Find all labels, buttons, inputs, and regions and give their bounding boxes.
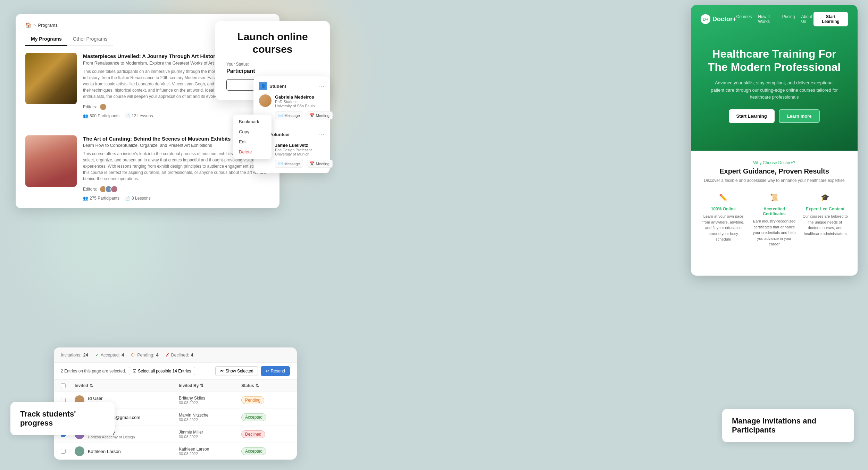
participants-icon: 👥: [83, 114, 88, 118]
healthcare-hero: Healthcare Training For The Modern Profe…: [701, 47, 848, 123]
status-col-label: Status: [241, 383, 254, 388]
jamie-actions: ✉️ Message 📅 Meeting: [275, 160, 333, 168]
launch-status-value: Participant: [226, 68, 319, 74]
row4-checkbox[interactable]: [61, 449, 66, 454]
feature-certificates: 📜 Accredited Certificates Earn industry-…: [752, 191, 797, 247]
course-thumb-art: [25, 53, 77, 104]
gabriela-meeting-btn[interactable]: 📅 Meeting: [307, 111, 333, 119]
nav-courses[interactable]: Courses: [736, 14, 752, 24]
message-icon: ✉️: [278, 113, 283, 118]
row4-invited-by-name: Kathleen Larson: [179, 447, 241, 452]
row4-avatar: [75, 446, 84, 456]
checkbox-icon: ☑: [133, 369, 136, 374]
tab-other-programs[interactable]: Other Programs: [67, 33, 113, 45]
row1-date: 30.08.2022: [179, 401, 241, 405]
jamie-meeting-btn[interactable]: 📅 Meeting: [307, 160, 333, 168]
declined-label: Declined:: [171, 353, 189, 358]
context-menu: Bookmark Copy Edit Delete: [233, 115, 272, 159]
accepted-stat: ✓ Accepted: 4: [95, 352, 124, 358]
healthcare-subtitle: Advance your skills, stay compliant, and…: [708, 79, 841, 101]
nav-about-us[interactable]: About Us: [801, 14, 813, 24]
row3-invited-by: Jimmie Miller 30.08.2022: [179, 430, 241, 439]
participants-icon-2: 👥: [83, 196, 88, 201]
tab-my-programs[interactable]: My Programs: [25, 33, 67, 45]
show-selected-btn[interactable]: 👁 Show Selected: [215, 366, 258, 376]
resend-btn[interactable]: ↩ Resend: [261, 366, 290, 376]
resend-icon: ↩: [266, 369, 269, 374]
lessons-icon-2: 📄: [125, 196, 130, 201]
row3-status: Declined: [241, 430, 290, 438]
nav-pricing[interactable]: Pricing: [782, 14, 795, 24]
header-checkbox[interactable]: [61, 383, 66, 388]
logo-icon: D+: [701, 14, 710, 24]
certificates-icon: 📜: [768, 191, 781, 204]
hero-learn-more-btn[interactable]: Learn more: [779, 109, 820, 123]
pending-label: Pending:: [137, 353, 154, 358]
expert-title: Expert-Led Content: [802, 207, 848, 211]
invited-by-filter-icon[interactable]: ⇅: [200, 383, 203, 388]
student-more-btn[interactable]: ⋯: [318, 82, 324, 90]
gabriela-actions: ✉️ Message 📅 Meeting: [275, 111, 333, 119]
jamie-meeting-label: Meeting: [316, 162, 329, 166]
status-filter-icon[interactable]: ⇅: [256, 383, 259, 388]
participants-count-2: 275 Participants: [90, 196, 119, 201]
participants-count-1: 500 Participants: [90, 114, 119, 118]
participants-meta-2: 👥 275 Participants: [83, 196, 119, 201]
expert-icon: 🎓: [819, 191, 832, 204]
feature-online: ✏️ 100% Online Learn at your own pace fr…: [701, 191, 746, 247]
course-editors-2: Editors:: [83, 185, 270, 193]
resend-label: Resend: [271, 369, 285, 374]
gabriela-message-btn[interactable]: ✉️ Message: [275, 111, 303, 119]
healthcare-body: Why Choose Doctor+? Expert Guidance, Pro…: [691, 151, 858, 257]
launch-title: Launch online courses: [226, 31, 319, 56]
filter-icon[interactable]: ⇅: [90, 383, 93, 388]
nav-how-it-works[interactable]: How It Works: [758, 14, 776, 24]
expert-guidance-subtitle: Discover a flexible and accessible way t…: [701, 178, 848, 183]
invitations-action-bar: 2 Entries on this page are selected. ☑ S…: [54, 363, 297, 380]
jamie-message-btn[interactable]: ✉️ Message: [275, 160, 303, 168]
context-edit[interactable]: Edit: [233, 137, 272, 147]
status-badge-declined: Declined: [241, 430, 265, 438]
row3-invited-by-name: Jimmie Miller: [179, 430, 241, 435]
course-editors-1: Editors:: [83, 103, 270, 111]
invitations-total-stat: Invitations: 24: [61, 353, 88, 358]
row1-invited-by: Brittany Skiles 30.08.2022: [179, 396, 241, 405]
editors-label-2: Editors:: [83, 187, 97, 192]
invited-by-col-header: Invited By ⇅: [179, 383, 241, 388]
why-choose-label: Why Choose Doctor+?: [701, 160, 848, 165]
status-badge-pending: Pending: [241, 396, 264, 404]
volunteer-more-btn[interactable]: ⋯: [318, 131, 324, 138]
jamie-name: Jamie Luellwitz: [275, 143, 333, 148]
expert-guidance-title: Expert Guidance, Proven Results: [701, 167, 848, 175]
row1-name: rd User: [88, 396, 103, 401]
declined-num: 4: [191, 353, 193, 358]
row4-invited-by: Kathleen Larson 30.08.2022: [179, 447, 241, 456]
manage-invitations-card: Manage Invitations and Participants: [722, 409, 854, 442]
row4-user-info: Kathleen Larson: [88, 449, 121, 454]
online-icon: ✏️: [717, 191, 729, 204]
healthcare-header: D+ Doctor+ Courses How It Works Pricing …: [691, 5, 858, 151]
context-delete[interactable]: Delete: [233, 147, 272, 157]
course-thumb-museum: [25, 135, 77, 187]
student-section: 👤 Student ⋯ Gabriela Medeiros PhD Studen…: [259, 82, 324, 119]
nav-start-learning-btn[interactable]: Start Learning: [813, 12, 848, 26]
hero-start-learning-btn[interactable]: Start Learning: [729, 109, 775, 123]
editor-avatars-1: [99, 103, 105, 111]
lessons-meta-2: 📄 8 Lessons: [125, 196, 151, 201]
show-selected-label: Show Selected: [226, 369, 253, 374]
editor-avatars-2: [99, 185, 116, 193]
breadcrumb-separator: >: [33, 23, 36, 28]
row3-org: Horizon Academy of Design: [88, 435, 135, 439]
editor-avatar-1: [99, 103, 107, 111]
online-desc: Learn at your own pace from anywhere, an…: [701, 213, 746, 242]
healthcare-buttons: Start Learning Learn more: [708, 109, 841, 123]
jamie-university: University of Munich: [275, 152, 333, 156]
editor-avatar-2c: [110, 185, 118, 193]
editors-label: Editors:: [83, 104, 97, 109]
context-bookmark[interactable]: Bookmark: [233, 117, 272, 127]
context-copy[interactable]: Copy: [233, 127, 272, 137]
meeting-label: Meeting: [316, 114, 329, 118]
status-badge-accepted-4: Accepted: [241, 447, 266, 455]
invitations-stats-bar: Invitations: 24 ✓ Accepted: 4 ⏱ Pending:…: [54, 347, 297, 363]
select-all-btn[interactable]: ☑ Select all possible 14 Entries: [129, 367, 195, 375]
